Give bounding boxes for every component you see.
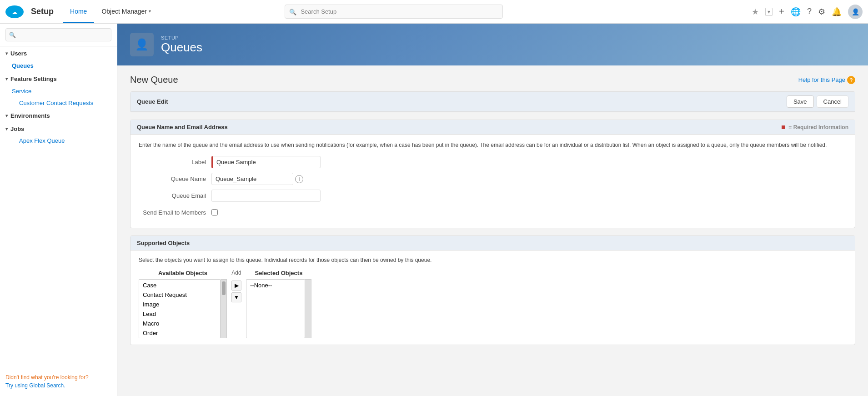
globe-icon[interactable]: 🌐 <box>791 7 801 17</box>
send-email-label: Send Email to Members <box>139 206 211 216</box>
queue-email-row: Queue Email <box>139 190 847 202</box>
nav-section-jobs-header[interactable]: ▾ Jobs <box>0 122 117 135</box>
selected-objects-label: Selected Objects <box>246 270 311 276</box>
page-header-icon: 👤 <box>130 33 154 56</box>
add-label: Add <box>231 270 241 276</box>
label-row: Label <box>139 156 847 168</box>
queue-name-input[interactable] <box>211 173 293 185</box>
list-item[interactable]: Order <box>140 328 219 338</box>
list-item[interactable]: Lead <box>140 309 219 319</box>
label-field-label: Label <box>139 156 211 165</box>
list-item[interactable]: Process Exception <box>140 338 219 338</box>
help-icon[interactable]: ? <box>807 7 812 16</box>
users-expand-icon: ▾ <box>5 51 8 56</box>
setup-label: SETUP <box>161 35 202 40</box>
queue-email-label: Queue Email <box>139 190 211 199</box>
list-item[interactable]: Image <box>140 300 219 309</box>
page-header: 👤 SETUP Queues <box>117 24 868 65</box>
tab-home[interactable]: Home <box>63 0 94 23</box>
chevron-down-icon: ▾ <box>149 9 151 14</box>
name-email-header: Queue Name and Email Address = Required … <box>130 120 855 135</box>
search-bar: 🔍 <box>285 5 503 19</box>
label-input-wrap <box>211 156 321 168</box>
list-item[interactable]: --None-- <box>247 281 304 290</box>
nav-section-environments: ▾ Environments <box>0 109 117 122</box>
send-email-input-wrap <box>211 206 321 217</box>
supported-objects-body: Select the objects you want to assign to… <box>130 251 855 345</box>
queue-edit-title: Queue Edit <box>137 98 168 105</box>
selected-objects-col: Selected Objects --None-- <box>246 270 311 338</box>
sidebar-item-apex-flex-queue[interactable]: Apex Flex Queue <box>0 135 117 146</box>
queue-email-input-wrap <box>211 190 321 202</box>
name-email-body: Enter the name of the queue and the emai… <box>130 135 855 228</box>
star-icon[interactable]: ★ <box>752 7 759 17</box>
sidebar-search-input[interactable]: Que <box>5 28 111 41</box>
objects-middle: Add ▶ ▼ <box>227 270 246 307</box>
bell-icon[interactable]: 🔔 <box>832 7 842 17</box>
global-search-link[interactable]: Try using Global Search. <box>5 382 65 389</box>
nav-section-feature-settings-header[interactable]: ▾ Feature Settings <box>0 72 117 85</box>
supported-objects-title: Supported Objects <box>137 240 190 246</box>
available-list-scrollbar <box>221 279 227 338</box>
add-object-button[interactable]: ▶ <box>231 281 241 291</box>
nav-section-feature-settings: ▾ Feature Settings Service Customer Cont… <box>0 72 117 109</box>
list-item[interactable]: Contact Request <box>140 290 219 300</box>
gear-icon[interactable]: ⚙ <box>818 7 825 17</box>
help-circle-icon: ? <box>847 76 855 84</box>
form-area: New Queue Help for this Page ? Queue Edi… <box>117 65 868 361</box>
users-section-label: Users <box>10 50 27 57</box>
list-item[interactable]: Macro <box>140 319 219 328</box>
name-email-desc: Enter the name of the queue and the emai… <box>139 141 847 150</box>
selected-objects-list[interactable]: --None-- <box>246 279 305 338</box>
name-email-title: Queue Name and Email Address <box>137 124 228 130</box>
content-area: 👤 SETUP Queues New Queue Help for this P… <box>117 24 868 396</box>
add-icon[interactable]: + <box>779 6 784 17</box>
page-title: New Queue <box>130 75 178 85</box>
queue-edit-buttons: Save Cancel <box>787 95 848 108</box>
search-icon: 🔍 <box>289 8 296 15</box>
list-item[interactable]: Case <box>140 281 219 290</box>
sidebar-search-icon: 🔍 <box>9 32 16 38</box>
top-nav-actions: ★ ▾ + 🌐 ? ⚙ 🔔 👤 <box>752 5 863 19</box>
search-input[interactable] <box>285 5 503 19</box>
available-objects-col: Available Objects Case Contact Request I… <box>139 270 227 338</box>
nav-section-users-header[interactable]: ▾ Users <box>0 46 117 60</box>
avatar[interactable]: 👤 <box>848 5 863 19</box>
objects-layout: Available Objects Case Contact Request I… <box>139 270 847 338</box>
available-scroll-thumb <box>222 281 226 295</box>
send-email-checkbox[interactable] <box>211 209 218 216</box>
supported-objects-section: Supported Objects Select the objects you… <box>130 236 855 345</box>
available-objects-list[interactable]: Case Contact Request Image Lead Macro Or… <box>139 279 221 338</box>
sidebar-item-service[interactable]: Service <box>0 85 117 97</box>
help-link[interactable]: Help for this Page ? <box>798 76 855 84</box>
sidebar-item-customer-contact-requests[interactable]: Customer Contact Requests <box>0 97 117 109</box>
sidebar: 🔍 Que ▾ Users Queues ▾ Feature Settings … <box>0 24 117 396</box>
supported-objects-desc: Select the objects you want to assign to… <box>139 257 847 263</box>
environments-label: Environments <box>10 112 50 119</box>
dropdown-icon[interactable]: ▾ <box>765 8 773 16</box>
label-input[interactable] <box>211 156 321 168</box>
remove-object-button[interactable]: ▼ <box>231 292 241 302</box>
nav-tabs: Home Object Manager ▾ <box>63 0 158 23</box>
queue-name-input-wrap: i <box>211 173 321 185</box>
tab-object-manager[interactable]: Object Manager ▾ <box>94 0 158 23</box>
info-icon[interactable]: i <box>295 175 303 183</box>
queue-edit-header: Queue Edit Save Cancel <box>130 92 855 112</box>
app-title: Setup <box>31 7 54 16</box>
sidebar-not-found: Didn't find what you're looking for? Try… <box>0 367 117 396</box>
save-button[interactable]: Save <box>787 95 814 108</box>
sidebar-nav: ▾ Users Queues ▾ Feature Settings Servic… <box>0 46 117 367</box>
nav-section-environments-header[interactable]: ▾ Environments <box>0 109 117 122</box>
queue-email-input[interactable] <box>211 190 321 202</box>
sidebar-item-queues[interactable]: Queues <box>0 60 117 72</box>
page-title-row: New Queue Help for this Page ? <box>130 75 855 85</box>
sidebar-search-area: 🔍 Que <box>0 24 117 46</box>
nav-section-jobs: ▾ Jobs Apex Flex Queue <box>0 122 117 146</box>
page-header-title: Queues <box>161 40 202 55</box>
queue-name-label: Queue Name <box>139 173 211 182</box>
selected-list-scrollbar <box>305 279 311 338</box>
name-email-section: Queue Name and Email Address = Required … <box>130 120 855 228</box>
cancel-button[interactable]: Cancel <box>817 95 848 108</box>
jobs-expand-icon: ▾ <box>5 126 8 131</box>
top-nav: ☁ Setup Home Object Manager ▾ 🔍 ★ ▾ + 🌐 … <box>0 0 868 24</box>
